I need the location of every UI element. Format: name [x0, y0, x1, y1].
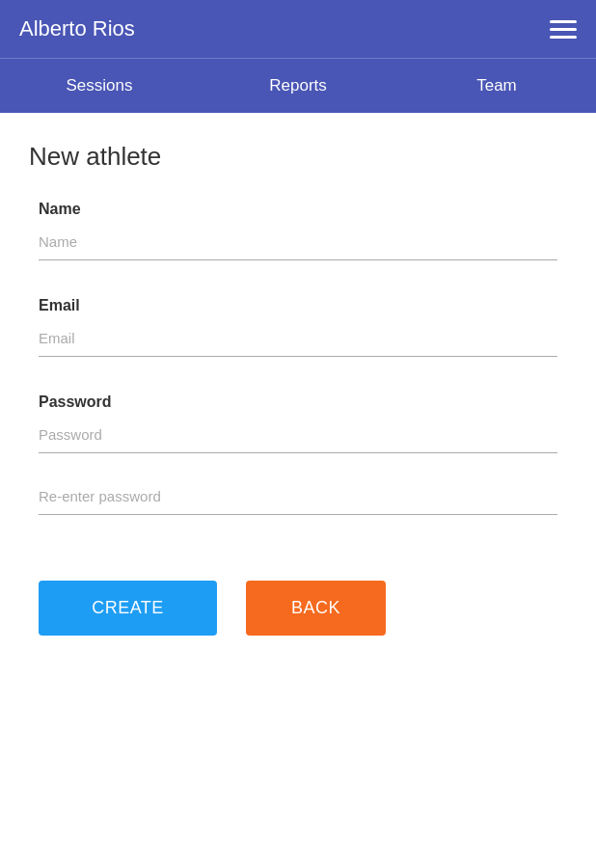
- tab-team[interactable]: Team: [397, 59, 596, 113]
- password-section: Password: [39, 393, 557, 542]
- email-section: Email: [39, 297, 557, 384]
- menu-icon[interactable]: [550, 20, 577, 39]
- password-label: Password: [39, 393, 557, 411]
- app-title: Alberto Rios: [19, 16, 135, 41]
- page-title: New athlete: [29, 142, 567, 172]
- password-input[interactable]: [39, 419, 557, 453]
- tab-sessions[interactable]: Sessions: [0, 59, 199, 113]
- tab-reports[interactable]: Reports: [199, 59, 397, 113]
- name-label: Name: [39, 201, 557, 218]
- header: Alberto Rios: [0, 0, 596, 58]
- menu-bar-2: [550, 28, 577, 31]
- back-button[interactable]: BACK: [246, 581, 386, 636]
- button-row: CREATE BACK: [39, 581, 557, 636]
- email-input[interactable]: [39, 322, 557, 357]
- menu-bar-1: [550, 20, 577, 23]
- name-section: Name: [39, 201, 557, 287]
- reenter-password-input[interactable]: [39, 480, 557, 515]
- email-label: Email: [39, 297, 557, 314]
- menu-bar-3: [550, 36, 577, 39]
- navigation-tabs: Sessions Reports Team: [0, 58, 596, 113]
- create-button[interactable]: CREATE: [39, 581, 217, 636]
- main-content: New athlete Name Email Password CREATE B…: [0, 113, 596, 674]
- new-athlete-form: Name Email Password CREATE BACK: [29, 201, 567, 636]
- name-input[interactable]: [39, 226, 557, 260]
